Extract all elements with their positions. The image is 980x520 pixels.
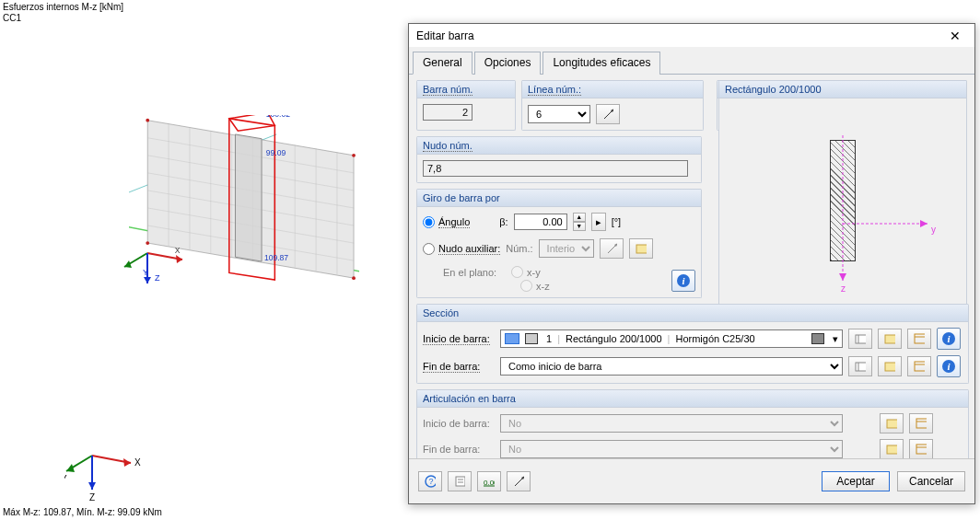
- section-library-button[interactable]: [848, 329, 872, 349]
- svg-rect-69: [887, 420, 897, 428]
- units-button[interactable]: 0.00: [477, 471, 501, 491]
- close-button[interactable]: ✕: [936, 24, 974, 47]
- radio-nudo-aux[interactable]: Nudo auxiliar:: [423, 243, 500, 255]
- beta-label: β:: [499, 216, 508, 227]
- group-linea-num: Línea núm.:: [522, 80, 703, 98]
- tab-row: General Opciones Longitudes eficaces: [409, 47, 974, 75]
- svg-text:Z: Z: [155, 273, 160, 283]
- svg-text:Y: Y: [64, 474, 67, 484]
- tab-general[interactable]: General: [413, 52, 472, 75]
- artic-edit-button[interactable]: [909, 413, 933, 433]
- artic-new-button[interactable]: [880, 413, 904, 433]
- svg-text:y: y: [931, 225, 936, 235]
- axis-gizmo-main: Y Z: [120, 230, 193, 295]
- beta-spin-right[interactable]: ▸: [591, 213, 606, 231]
- pick-button[interactable]: [507, 471, 531, 491]
- artic-inicio-label: Inicio de barra:: [423, 418, 495, 429]
- radio-xy: x-y: [511, 266, 541, 278]
- group-barra-num: Barra núm.: [417, 80, 515, 98]
- svg-rect-62: [915, 334, 925, 343]
- help-button[interactable]: ?: [418, 471, 442, 491]
- viewport-status: Máx M-z: 109.87, Mín. M-z: 99.09 kNm: [3, 507, 162, 517]
- svg-text:X: X: [134, 457, 141, 468]
- svg-marker-34: [144, 277, 151, 283]
- section-new-button[interactable]: [878, 329, 902, 349]
- artic-fin-select: No: [500, 440, 843, 458]
- pick-line-button[interactable]: [596, 104, 620, 124]
- section-info-button[interactable]: i: [937, 328, 961, 350]
- nudo-num-field: [423, 160, 688, 177]
- svg-rect-67: [915, 362, 925, 371]
- beta-spin-down[interactable]: ▼: [573, 222, 586, 231]
- svg-rect-72: [887, 445, 897, 454]
- grid-dots: [0, 0, 407, 520]
- svg-marker-30: [176, 255, 182, 263]
- tab-opciones[interactable]: Opciones: [474, 52, 542, 75]
- group-nudo-num: Nudo núm.: [417, 136, 701, 155]
- dialog-titlebar[interactable]: Editar barra ✕: [409, 24, 974, 47]
- svg-line-82: [515, 479, 522, 486]
- section-edit-button-2[interactable]: [907, 356, 931, 376]
- dialog-title: Editar barra: [416, 29, 474, 42]
- en-plano-label: En el plano:: [443, 267, 496, 278]
- viewport-3d[interactable]: Esfuerzos internos M-z [kNm] CC1 Máx M-z…: [0, 0, 407, 520]
- new-node-button[interactable]: [629, 238, 653, 259]
- section-new-button-2[interactable]: [878, 356, 902, 376]
- barra-num-field: [423, 104, 472, 121]
- note-button[interactable]: [448, 471, 472, 491]
- artic-new-button-2[interactable]: [880, 439, 904, 459]
- artic-edit-button-2[interactable]: [909, 439, 933, 459]
- group-articulacion: Articulación en barra: [417, 389, 968, 408]
- svg-line-50: [608, 246, 615, 253]
- svg-marker-57: [839, 273, 846, 281]
- beta-input[interactable]: [514, 214, 567, 230]
- inicio-barra-label: Inicio de barra:: [423, 333, 495, 344]
- num-label: Núm.:: [506, 243, 532, 254]
- beta-spin-up[interactable]: ▲: [573, 213, 586, 222]
- group-giro: Giro de barra por: [417, 189, 701, 207]
- viewport-title: Esfuerzos internos M-z [kNm]: [3, 2, 123, 12]
- dialog-footer: ? 0.00 Aceptar Cancelar: [409, 458, 974, 503]
- inicio-barra-select[interactable]: 1 | Rectángulo 200/1000 | Hormigón C25/3…: [500, 329, 843, 348]
- svg-text:?: ?: [429, 477, 434, 486]
- svg-rect-70: [916, 419, 927, 428]
- preview-title: Rectángulo 200/1000: [719, 80, 966, 98]
- section-info-button-2[interactable]: i: [937, 355, 961, 377]
- svg-rect-64: [856, 363, 866, 371]
- section-blue-swatch-icon: [505, 333, 519, 344]
- svg-marker-54: [920, 220, 928, 227]
- svg-rect-52: [636, 245, 647, 253]
- svg-text:Y: Y: [143, 268, 148, 277]
- edit-bar-dialog: Editar barra ✕ General Opciones Longitud…: [408, 23, 975, 504]
- radio-angulo[interactable]: Ángulo: [423, 216, 470, 228]
- svg-marker-44: [88, 482, 96, 490]
- svg-line-46: [604, 111, 612, 119]
- chevron-down-icon: ▾: [833, 333, 838, 345]
- section-dark-swatch-icon: [811, 333, 824, 344]
- svg-rect-77: [456, 477, 465, 486]
- beta-unit: [°]: [612, 216, 622, 227]
- pick-node-button[interactable]: [600, 238, 624, 259]
- fin-barra-label: Fin de barra:: [423, 361, 495, 372]
- section-library-button-2[interactable]: [848, 356, 872, 376]
- svg-rect-73: [916, 445, 927, 454]
- ok-button[interactable]: Aceptar: [822, 471, 890, 491]
- fin-barra-select[interactable]: Como inicio de barra: [500, 357, 843, 376]
- artic-inicio-select: No: [500, 414, 843, 433]
- section-edit-button[interactable]: [907, 329, 931, 349]
- radio-xz: x-z: [520, 280, 550, 292]
- svg-rect-61: [885, 335, 895, 343]
- svg-text:Z: Z: [89, 492, 95, 503]
- group-seccion: Sección: [417, 304, 968, 322]
- svg-rect-66: [885, 363, 895, 371]
- info-button-giro[interactable]: i: [671, 270, 695, 292]
- svg-text:z: z: [841, 283, 846, 294]
- svg-marker-38: [123, 458, 131, 467]
- cancel-button[interactable]: Cancelar: [897, 471, 965, 491]
- tab-longitudes[interactable]: Longitudes eficaces: [542, 52, 660, 75]
- viewport-loadcase: CC1: [3, 13, 21, 23]
- linea-num-select[interactable]: 6: [528, 105, 590, 123]
- section-preview: y z: [719, 98, 966, 303]
- interior-select: Interior: [539, 239, 594, 258]
- section-gray-swatch-icon: [525, 333, 538, 344]
